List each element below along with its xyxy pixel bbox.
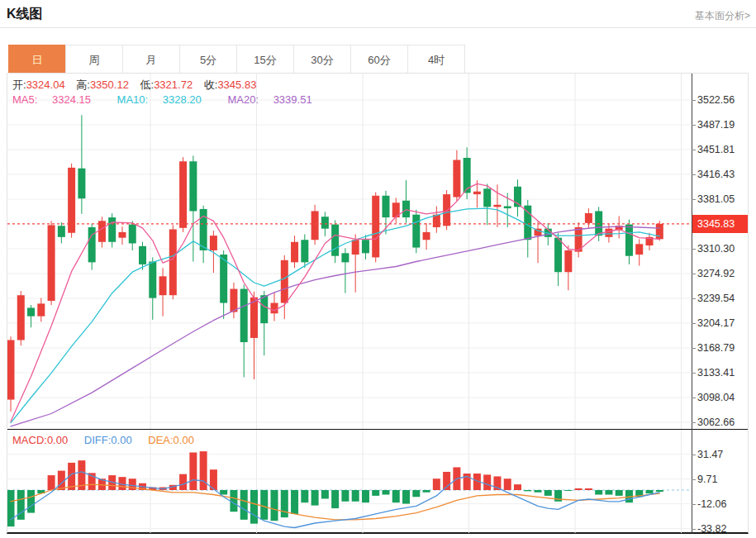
macd-histogram-bar[interactable]: [433, 478, 440, 490]
macd-histogram-bar[interactable]: [392, 490, 400, 502]
candle-body[interactable]: [169, 230, 177, 296]
candle-body[interactable]: [483, 188, 491, 207]
macd-histogram-bar[interactable]: [605, 490, 612, 495]
candle-body[interactable]: [524, 206, 531, 240]
candle-body[interactable]: [443, 194, 450, 226]
macd-histogram-bar[interactable]: [412, 490, 420, 497]
candle-body[interactable]: [58, 226, 65, 237]
candle-body[interactable]: [139, 246, 146, 264]
candle-body[interactable]: [88, 227, 96, 262]
candle-body[interactable]: [564, 250, 572, 272]
candle-body[interactable]: [27, 307, 35, 316]
tab-period-7[interactable]: 4时: [407, 45, 465, 74]
macd-histogram-bar[interactable]: [595, 490, 602, 495]
candle-body[interactable]: [179, 161, 187, 228]
candle-body[interactable]: [7, 340, 15, 399]
candle-body[interactable]: [423, 232, 430, 240]
macd-histogram-bar[interactable]: [616, 490, 623, 496]
candle-body[interactable]: [635, 244, 643, 255]
candle-body[interactable]: [625, 225, 633, 256]
macd-histogram-bar[interactable]: [230, 490, 237, 512]
candle-body[interactable]: [352, 240, 359, 255]
macd-histogram-bar[interactable]: [189, 453, 197, 490]
candle-body[interactable]: [382, 196, 389, 217]
macd-histogram-bar[interactable]: [301, 490, 308, 502]
candle-body[interactable]: [412, 215, 420, 248]
macd-histogram-bar[interactable]: [240, 490, 248, 520]
macd-histogram-bar[interactable]: [271, 490, 278, 521]
candle-body[interactable]: [402, 201, 410, 217]
macd-histogram-bar[interactable]: [524, 490, 531, 491]
candle-body[interactable]: [473, 192, 481, 194]
candle-body[interactable]: [656, 224, 663, 239]
macd-histogram-bar[interactable]: [331, 490, 339, 508]
macd-histogram-bar[interactable]: [341, 490, 349, 502]
candle-body[interactable]: [240, 289, 248, 342]
macd-histogram-bar[interactable]: [575, 488, 582, 490]
tab-period-3[interactable]: 5分: [179, 45, 237, 74]
candle-body[interactable]: [210, 236, 217, 250]
candle-body[interactable]: [493, 205, 501, 207]
candle-body[interactable]: [301, 240, 308, 262]
candle-body[interactable]: [37, 303, 45, 316]
tab-period-4[interactable]: 15分: [236, 45, 294, 74]
macd-histogram-bar[interactable]: [179, 474, 187, 490]
macd-histogram-bar[interactable]: [535, 490, 542, 493]
candle-body[interactable]: [291, 242, 298, 263]
candle-body[interactable]: [453, 160, 460, 198]
candle-body[interactable]: [68, 168, 75, 233]
macd-histogram-bar[interactable]: [48, 475, 55, 490]
macd-histogram-bar[interactable]: [585, 488, 592, 490]
tab-period-0[interactable]: 日: [8, 45, 66, 74]
macd-histogram-bar[interactable]: [281, 490, 288, 517]
macd-histogram-bar[interactable]: [646, 490, 654, 493]
macd-histogram-bar[interactable]: [656, 490, 663, 492]
macd-histogram-bar[interactable]: [260, 490, 268, 520]
candle-body[interactable]: [230, 289, 237, 312]
macd-histogram-bar[interactable]: [220, 490, 227, 495]
candle-body[interactable]: [78, 169, 85, 198]
fundamental-analysis-link[interactable]: 基本面分析>: [695, 9, 750, 23]
candlestick-chart[interactable]: [7, 74, 692, 429]
candle-body[interactable]: [149, 262, 156, 298]
macd-histogram-bar[interactable]: [504, 478, 511, 490]
macd-histogram-bar[interactable]: [27, 490, 35, 513]
candle-body[interactable]: [159, 276, 167, 295]
macd-histogram-bar[interactable]: [352, 490, 359, 502]
macd-histogram-bar[interactable]: [544, 490, 552, 496]
candle-body[interactable]: [118, 232, 126, 238]
candle-body[interactable]: [281, 260, 288, 303]
candle-body[interactable]: [585, 213, 592, 223]
candle-body[interactable]: [605, 229, 612, 237]
macd-histogram-bar[interactable]: [483, 474, 491, 490]
macd-histogram-bar[interactable]: [200, 451, 207, 490]
macd-histogram-bar[interactable]: [321, 490, 329, 498]
macd-histogram-bar[interactable]: [291, 490, 298, 514]
candle-body[interactable]: [504, 207, 511, 209]
macd-histogram-bar[interactable]: [17, 490, 25, 520]
tab-period-5[interactable]: 30分: [293, 45, 351, 74]
macd-histogram-bar[interactable]: [362, 490, 369, 502]
candle-body[interactable]: [48, 225, 55, 301]
candle-body[interactable]: [129, 225, 136, 244]
macd-histogram-bar[interactable]: [7, 490, 15, 526]
macd-histogram-bar[interactable]: [372, 490, 379, 496]
macd-histogram-bar[interactable]: [514, 484, 521, 490]
candle-body[interactable]: [554, 238, 562, 273]
candle-body[interactable]: [189, 161, 197, 211]
candle-body[interactable]: [321, 217, 329, 228]
candle-body[interactable]: [200, 209, 207, 250]
candle-body[interactable]: [311, 211, 319, 240]
macd-histogram-bar[interactable]: [423, 490, 430, 493]
candle-body[interactable]: [372, 196, 379, 258]
candle-body[interactable]: [260, 295, 268, 323]
candle-body[interactable]: [250, 298, 258, 338]
macd-histogram-bar[interactable]: [382, 490, 389, 495]
macd-histogram-bar[interactable]: [311, 490, 319, 506]
macd-histogram-bar[interactable]: [402, 490, 410, 504]
tab-period-6[interactable]: 60分: [350, 45, 408, 74]
macd-histogram-bar[interactable]: [564, 490, 572, 491]
tab-period-2[interactable]: 月: [122, 45, 180, 74]
candle-body[interactable]: [362, 240, 369, 253]
tab-period-1[interactable]: 周: [65, 45, 123, 74]
